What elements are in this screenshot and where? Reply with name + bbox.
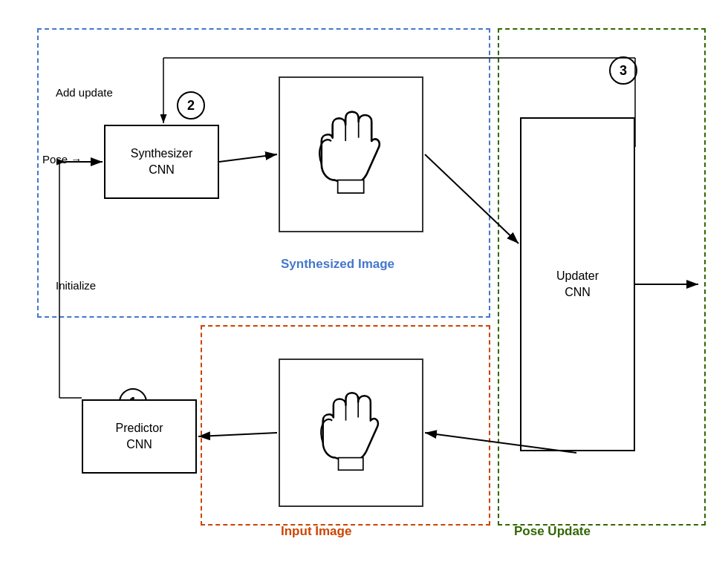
diagram-container: 2 1 3 SynthesizerCNN PredictorCNN Update…: [15, 13, 713, 563]
pose-update-label: Pose Update: [514, 524, 591, 539]
circle-3: 3: [609, 56, 637, 85]
input-hand-image: [279, 359, 423, 507]
synthesized-image-label: Synthesized Image: [281, 257, 394, 272]
predictor-cnn-box: PredictorCNN: [82, 399, 197, 474]
circle-2: 2: [177, 91, 205, 120]
synthesized-hand-image: [279, 76, 423, 232]
synthesizer-label: SynthesizerCNN: [131, 145, 193, 179]
updater-cnn-box: UpdaterCNN: [520, 117, 635, 451]
hand-icon-bottom: [290, 371, 411, 495]
svg-rect-7: [339, 457, 363, 470]
add-update-label: Add update: [56, 86, 113, 99]
pose-label: Pose →: [42, 153, 82, 166]
predictor-label: PredictorCNN: [115, 420, 163, 454]
synthesizer-cnn-box: SynthesizerCNN: [104, 125, 219, 199]
svg-rect-3: [338, 180, 364, 194]
hand-icon-top: [290, 89, 411, 219]
initialize-label: Initialize: [56, 279, 96, 292]
input-image-label: Input Image: [281, 524, 351, 539]
updater-label: UpdaterCNN: [556, 268, 599, 301]
